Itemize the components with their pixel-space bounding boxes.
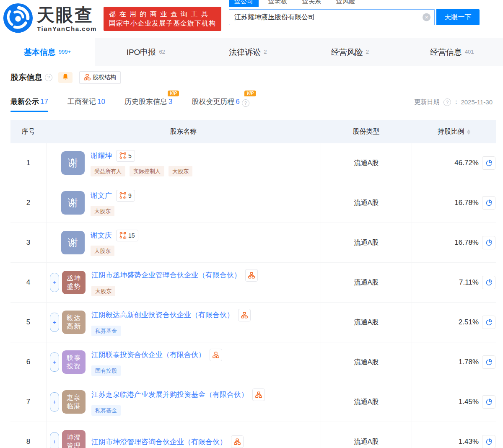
shareholder-info: 谢耀坤企5受益所有人实际控制人大股东 (91, 150, 192, 176)
search-type-tab[interactable]: 查风险 (331, 0, 360, 7)
search-input[interactable] (229, 9, 435, 25)
pie-chart-icon (485, 279, 493, 286)
relation-count-badge[interactable]: 企5 (116, 150, 135, 162)
holding-ratio-chart-button[interactable] (482, 355, 495, 369)
holding-ratio-chart-button[interactable] (482, 316, 495, 329)
help-icon[interactable]: ? (242, 99, 249, 107)
holding-ratio-cell: 1.78% (412, 342, 496, 382)
shareholder-name-link[interactable]: 谢耀坤 (91, 151, 112, 161)
equity-structure-icon-button[interactable] (245, 269, 258, 282)
equity-structure-button[interactable]: 股权结构 (79, 71, 121, 84)
holding-ratio-chart-button[interactable] (482, 236, 495, 249)
sort-control[interactable] (467, 129, 470, 135)
relation-count-badge[interactable]: 企9 (116, 190, 135, 202)
sub-tab-count: 10 (97, 98, 105, 106)
tianyancha-logo[interactable]: 天眼查 TianYanCha.com (3, 3, 97, 35)
holding-ratio-chart-button[interactable] (482, 435, 495, 448)
equity-structure-label: 股权结构 (93, 74, 116, 81)
top-header: 天眼查 TianYanCha.com 都 在 用 的 商 业 查 询 工 具 国… (0, 0, 503, 38)
clear-input-icon[interactable]: ✕ (423, 13, 430, 21)
holding-ratio-value: 16.78% (454, 238, 479, 247)
holding-ratio-chart-button[interactable] (482, 196, 495, 210)
shareholder-tag[interactable]: 大股东 (91, 206, 114, 216)
equity-structure-icon (241, 312, 248, 319)
sub-tab-历史股东信息[interactable]: 历史股东信息3VIP (124, 97, 172, 112)
holding-ratio-chart-button[interactable] (482, 156, 495, 170)
expand-button[interactable]: + (50, 392, 59, 412)
search-type-tab[interactable]: 查老板 (263, 0, 293, 7)
relation-count-badge[interactable]: 企15 (116, 230, 138, 241)
holding-ratio-chart-button[interactable] (482, 276, 495, 289)
shareholder-cell: 谢谢文庆企15大股东 (46, 223, 321, 262)
equity-structure-icon-button[interactable] (252, 388, 265, 401)
avatar: 联泰投资 (62, 350, 86, 374)
nav-tab-基本信息[interactable]: 基本信息999+ (0, 38, 95, 66)
update-date-label: 更新日期 (414, 98, 439, 106)
expand-button[interactable]: + (50, 313, 59, 332)
tags-row: 大股东 (91, 286, 258, 296)
expand-button[interactable]: + (50, 273, 59, 292)
nav-tab-IPO申报[interactable]: IPO申报62 (95, 38, 197, 66)
shareholder-tag[interactable]: 大股东 (91, 246, 114, 256)
shareholder-tag[interactable]: 私募基金 (91, 405, 121, 416)
holding-ratio-chart-button[interactable] (482, 395, 495, 409)
search-type-tab[interactable]: 查公司 (229, 0, 259, 7)
relation-count: 15 (128, 232, 135, 239)
shareholder-name-link[interactable]: 谢文庆 (91, 230, 112, 240)
shareholder-name-link[interactable]: 江阴联泰投资合伙企业（有限合伙） (91, 350, 205, 360)
shareholder-cell: 谢谢文广企9大股东 (46, 183, 321, 223)
main-nav-tabs: 基本信息999+IPO申报62法律诉讼2经营风险2经营信息401 (0, 38, 503, 66)
shareholder-name-link[interactable]: 江阴市丞坤盛势企业管理合伙企业（有限合伙） (91, 270, 241, 280)
equity-structure-icon-button[interactable] (238, 309, 251, 321)
svg-text:企: 企 (123, 196, 127, 199)
shareholder-name-link[interactable]: 江阴市坤澄管理咨询合伙企业（有限合伙） (91, 437, 227, 447)
shareholder-tag[interactable]: 国有控股 (91, 365, 121, 376)
shareholder-tag[interactable]: 私募基金 (91, 326, 121, 336)
expand-button[interactable]: + (50, 352, 59, 372)
sub-tab-最新公示[interactable]: 最新公示17 (10, 97, 48, 112)
share-type-value: 流通A股 (354, 318, 379, 327)
shareholder-tag[interactable]: 大股东 (91, 286, 115, 296)
section-title: 股东信息 (10, 72, 42, 83)
shareholder-tag[interactable]: 受益所有人 (91, 166, 125, 176)
equity-structure-icon (248, 272, 255, 279)
sub-tab-股权变更历程[interactable]: 股权变更历程6VIP? (192, 97, 249, 112)
table-header-row: 序号 股东名称 股份类型 持股比例 (10, 120, 496, 143)
shareholder-tag[interactable]: 大股东 (169, 166, 192, 176)
holding-ratio-cell: 16.78% (412, 223, 496, 262)
nav-tab-经营风险[interactable]: 经营风险2 (299, 38, 401, 66)
holding-ratio-cell: 16.78% (412, 183, 496, 223)
shareholder-name-link[interactable]: 江阴毅达高新创业投资合伙企业（有限合伙） (91, 310, 234, 320)
holding-ratio-value: 2.51% (459, 318, 479, 326)
shareholder-info: 谢文广企9大股东 (91, 190, 135, 216)
share-type-value: 流通A股 (354, 438, 379, 446)
holding-ratio-cell: 1.45% (412, 382, 496, 422)
help-icon[interactable]: ? (45, 74, 52, 81)
row-index: 3 (10, 238, 46, 247)
table-row: 1谢谢耀坤企5受益所有人实际控制人大股东流通A股46.72% (10, 143, 496, 183)
search-button[interactable]: 天眼一下 (436, 9, 480, 25)
avatar-line: 投资 (67, 362, 81, 370)
expand-button[interactable]: + (50, 432, 59, 448)
equity-structure-icon-button[interactable] (210, 349, 222, 361)
notification-bell-button[interactable] (58, 72, 73, 83)
equity-structure-icon (255, 391, 262, 398)
pie-chart-icon (485, 359, 493, 366)
shareholder-tag[interactable]: 实际控制人 (130, 166, 164, 176)
nav-tab-经营信息[interactable]: 经营信息401 (401, 38, 503, 66)
sub-tab-工商登记[interactable]: 工商登记10 (67, 97, 105, 112)
help-icon[interactable]: ? (443, 98, 451, 106)
share-type-cell: 流通A股 (321, 183, 412, 223)
share-type-value: 流通A股 (354, 159, 379, 168)
shareholder-name-link[interactable]: 江苏疌泉临港产业发展并购投资基金（有限合伙） (91, 390, 248, 399)
shareholder-cell: +丞坤盛势江阴市丞坤盛势企业管理合伙企业（有限合伙）大股东 (46, 263, 321, 302)
shareholder-info: 江苏疌泉临港产业发展并购投资基金（有限合伙）私募基金 (91, 388, 265, 416)
shareholder-info: 江阴市坤澄管理咨询合伙企业（有限合伙） (91, 435, 244, 448)
shareholder-name-link[interactable]: 谢文广 (91, 191, 112, 200)
nav-tab-法律诉讼[interactable]: 法律诉讼2 (197, 38, 299, 66)
active-tab-underline (10, 111, 48, 112)
search-type-tab[interactable]: 查关系 (297, 0, 327, 7)
table-row: 5+毅达高新江阴毅达高新创业投资合伙企业（有限合伙）私募基金流通A股2.51% (10, 303, 496, 342)
avatar: 谢 (61, 191, 85, 215)
equity-structure-icon-button[interactable] (231, 435, 244, 448)
